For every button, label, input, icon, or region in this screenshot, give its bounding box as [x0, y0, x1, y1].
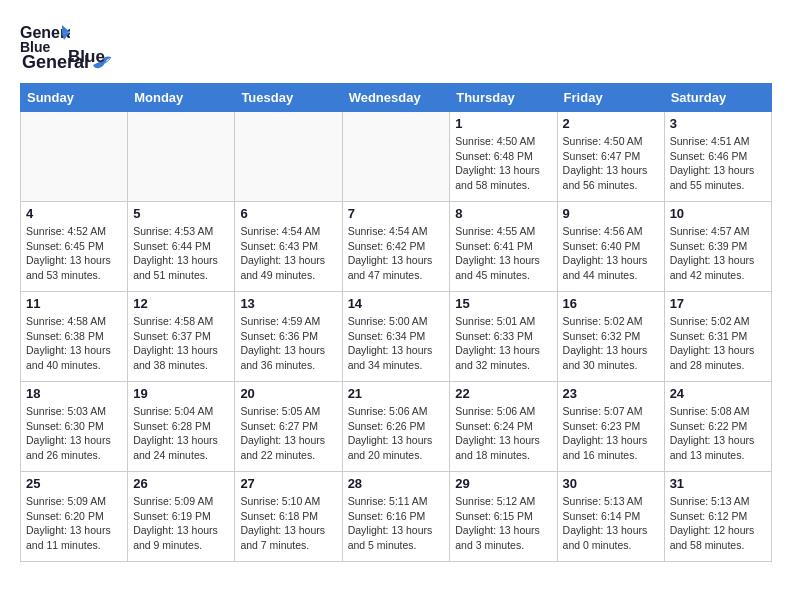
day-number: 2 — [563, 116, 659, 131]
day-number: 12 — [133, 296, 229, 311]
day-number: 19 — [133, 386, 229, 401]
day-info: Sunrise: 4:56 AM Sunset: 6:40 PM Dayligh… — [563, 224, 659, 283]
day-number: 11 — [26, 296, 122, 311]
calendar-cell — [342, 112, 450, 202]
week-row-5: 25Sunrise: 5:09 AM Sunset: 6:20 PM Dayli… — [21, 472, 772, 562]
day-number: 24 — [670, 386, 766, 401]
day-info: Sunrise: 4:58 AM Sunset: 6:37 PM Dayligh… — [133, 314, 229, 373]
calendar-cell: 24Sunrise: 5:08 AM Sunset: 6:22 PM Dayli… — [664, 382, 771, 472]
day-number: 17 — [670, 296, 766, 311]
page-header: General Blue General Blue — [20, 20, 772, 67]
day-info: Sunrise: 4:55 AM Sunset: 6:41 PM Dayligh… — [455, 224, 551, 283]
day-number: 5 — [133, 206, 229, 221]
day-info: Sunrise: 5:06 AM Sunset: 6:26 PM Dayligh… — [348, 404, 445, 463]
calendar-cell: 23Sunrise: 5:07 AM Sunset: 6:23 PM Dayli… — [557, 382, 664, 472]
day-number: 20 — [240, 386, 336, 401]
calendar-cell: 27Sunrise: 5:10 AM Sunset: 6:18 PM Dayli… — [235, 472, 342, 562]
day-info: Sunrise: 5:08 AM Sunset: 6:22 PM Dayligh… — [670, 404, 766, 463]
day-number: 6 — [240, 206, 336, 221]
weekday-header-friday: Friday — [557, 84, 664, 112]
calendar-cell: 7Sunrise: 4:54 AM Sunset: 6:42 PM Daylig… — [342, 202, 450, 292]
day-number: 7 — [348, 206, 445, 221]
day-number: 30 — [563, 476, 659, 491]
weekday-header-thursday: Thursday — [450, 84, 557, 112]
calendar-cell: 29Sunrise: 5:12 AM Sunset: 6:15 PM Dayli… — [450, 472, 557, 562]
calendar-cell: 28Sunrise: 5:11 AM Sunset: 6:16 PM Dayli… — [342, 472, 450, 562]
day-info: Sunrise: 5:13 AM Sunset: 6:12 PM Dayligh… — [670, 494, 766, 553]
calendar-cell: 26Sunrise: 5:09 AM Sunset: 6:19 PM Dayli… — [128, 472, 235, 562]
day-info: Sunrise: 5:11 AM Sunset: 6:16 PM Dayligh… — [348, 494, 445, 553]
weekday-header-sunday: Sunday — [21, 84, 128, 112]
day-info: Sunrise: 4:59 AM Sunset: 6:36 PM Dayligh… — [240, 314, 336, 373]
calendar-cell: 14Sunrise: 5:00 AM Sunset: 6:34 PM Dayli… — [342, 292, 450, 382]
day-number: 10 — [670, 206, 766, 221]
day-number: 29 — [455, 476, 551, 491]
day-info: Sunrise: 4:54 AM Sunset: 6:43 PM Dayligh… — [240, 224, 336, 283]
calendar-cell: 3Sunrise: 4:51 AM Sunset: 6:46 PM Daylig… — [664, 112, 771, 202]
day-info: Sunrise: 5:02 AM Sunset: 6:32 PM Dayligh… — [563, 314, 659, 373]
day-info: Sunrise: 5:07 AM Sunset: 6:23 PM Dayligh… — [563, 404, 659, 463]
day-info: Sunrise: 5:04 AM Sunset: 6:28 PM Dayligh… — [133, 404, 229, 463]
day-info: Sunrise: 5:09 AM Sunset: 6:19 PM Dayligh… — [133, 494, 229, 553]
day-number: 18 — [26, 386, 122, 401]
svg-text:Blue: Blue — [20, 39, 51, 55]
calendar-cell: 5Sunrise: 4:53 AM Sunset: 6:44 PM Daylig… — [128, 202, 235, 292]
calendar-cell: 9Sunrise: 4:56 AM Sunset: 6:40 PM Daylig… — [557, 202, 664, 292]
logo: General Blue General Blue — [20, 20, 115, 67]
calendar-cell: 22Sunrise: 5:06 AM Sunset: 6:24 PM Dayli… — [450, 382, 557, 472]
week-row-3: 11Sunrise: 4:58 AM Sunset: 6:38 PM Dayli… — [21, 292, 772, 382]
day-number: 25 — [26, 476, 122, 491]
day-info: Sunrise: 5:06 AM Sunset: 6:24 PM Dayligh… — [455, 404, 551, 463]
day-info: Sunrise: 5:13 AM Sunset: 6:14 PM Dayligh… — [563, 494, 659, 553]
day-info: Sunrise: 4:53 AM Sunset: 6:44 PM Dayligh… — [133, 224, 229, 283]
day-number: 9 — [563, 206, 659, 221]
day-info: Sunrise: 5:09 AM Sunset: 6:20 PM Dayligh… — [26, 494, 122, 553]
calendar-cell — [21, 112, 128, 202]
calendar-table: SundayMondayTuesdayWednesdayThursdayFrid… — [20, 83, 772, 562]
day-number: 14 — [348, 296, 445, 311]
calendar-cell: 6Sunrise: 4:54 AM Sunset: 6:43 PM Daylig… — [235, 202, 342, 292]
day-number: 22 — [455, 386, 551, 401]
calendar-header-row: SundayMondayTuesdayWednesdayThursdayFrid… — [21, 84, 772, 112]
day-info: Sunrise: 4:54 AM Sunset: 6:42 PM Dayligh… — [348, 224, 445, 283]
calendar-cell: 10Sunrise: 4:57 AM Sunset: 6:39 PM Dayli… — [664, 202, 771, 292]
calendar-cell: 11Sunrise: 4:58 AM Sunset: 6:38 PM Dayli… — [21, 292, 128, 382]
weekday-header-saturday: Saturday — [664, 84, 771, 112]
calendar-cell: 12Sunrise: 4:58 AM Sunset: 6:37 PM Dayli… — [128, 292, 235, 382]
calendar-cell — [235, 112, 342, 202]
day-number: 4 — [26, 206, 122, 221]
calendar-cell: 4Sunrise: 4:52 AM Sunset: 6:45 PM Daylig… — [21, 202, 128, 292]
calendar-cell: 21Sunrise: 5:06 AM Sunset: 6:26 PM Dayli… — [342, 382, 450, 472]
weekday-header-tuesday: Tuesday — [235, 84, 342, 112]
calendar-cell: 19Sunrise: 5:04 AM Sunset: 6:28 PM Dayli… — [128, 382, 235, 472]
day-number: 15 — [455, 296, 551, 311]
day-info: Sunrise: 5:03 AM Sunset: 6:30 PM Dayligh… — [26, 404, 122, 463]
day-number: 27 — [240, 476, 336, 491]
day-number: 16 — [563, 296, 659, 311]
day-info: Sunrise: 4:57 AM Sunset: 6:39 PM Dayligh… — [670, 224, 766, 283]
calendar-cell — [128, 112, 235, 202]
day-info: Sunrise: 4:58 AM Sunset: 6:38 PM Dayligh… — [26, 314, 122, 373]
week-row-2: 4Sunrise: 4:52 AM Sunset: 6:45 PM Daylig… — [21, 202, 772, 292]
day-number: 1 — [455, 116, 551, 131]
calendar-cell: 30Sunrise: 5:13 AM Sunset: 6:14 PM Dayli… — [557, 472, 664, 562]
calendar-cell: 1Sunrise: 4:50 AM Sunset: 6:48 PM Daylig… — [450, 112, 557, 202]
day-number: 31 — [670, 476, 766, 491]
day-info: Sunrise: 4:50 AM Sunset: 6:47 PM Dayligh… — [563, 134, 659, 193]
calendar-cell: 25Sunrise: 5:09 AM Sunset: 6:20 PM Dayli… — [21, 472, 128, 562]
day-number: 23 — [563, 386, 659, 401]
day-number: 21 — [348, 386, 445, 401]
day-info: Sunrise: 4:52 AM Sunset: 6:45 PM Dayligh… — [26, 224, 122, 283]
logo-blue: Blue — [68, 47, 105, 67]
day-number: 13 — [240, 296, 336, 311]
calendar-cell: 17Sunrise: 5:02 AM Sunset: 6:31 PM Dayli… — [664, 292, 771, 382]
day-number: 3 — [670, 116, 766, 131]
day-info: Sunrise: 4:51 AM Sunset: 6:46 PM Dayligh… — [670, 134, 766, 193]
day-number: 26 — [133, 476, 229, 491]
weekday-header-monday: Monday — [128, 84, 235, 112]
week-row-1: 1Sunrise: 4:50 AM Sunset: 6:48 PM Daylig… — [21, 112, 772, 202]
day-info: Sunrise: 5:02 AM Sunset: 6:31 PM Dayligh… — [670, 314, 766, 373]
calendar-cell: 15Sunrise: 5:01 AM Sunset: 6:33 PM Dayli… — [450, 292, 557, 382]
weekday-header-wednesday: Wednesday — [342, 84, 450, 112]
day-info: Sunrise: 5:12 AM Sunset: 6:15 PM Dayligh… — [455, 494, 551, 553]
